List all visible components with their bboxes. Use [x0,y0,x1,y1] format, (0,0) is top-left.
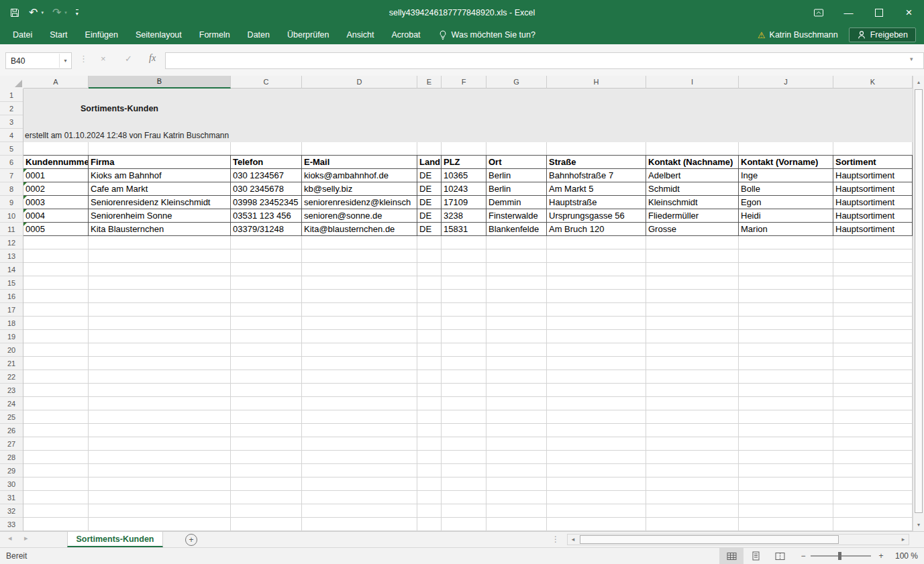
row-header-16[interactable]: 16 [0,290,23,303]
ribbon-tab-überprüfen[interactable]: Überprüfen [278,25,338,44]
ribbon-tab-datei[interactable]: Datei [4,25,41,44]
ribbon-tab-ansicht[interactable]: Ansicht [338,25,383,44]
table-cell[interactable]: Inge [739,169,833,182]
table-header-cell[interactable]: Firma [89,156,231,169]
table-cell[interactable]: 17109 [442,196,486,209]
sheet-tab-active[interactable]: Sortiments-Kunden [67,532,163,547]
table-cell[interactable]: 10243 [442,182,486,196]
zoom-in-button[interactable]: + [875,548,887,564]
table-header-cell[interactable]: Telefon [231,156,302,169]
ribbon-display-options-button[interactable] [803,0,833,25]
table-cell[interactable]: Berlin [486,182,547,196]
row-header-7[interactable]: 7 [0,169,23,182]
row-header-9[interactable]: 9 [0,196,23,209]
sheet-nav-prev-icon[interactable]: ◂ [8,534,12,543]
name-box[interactable]: B40 ▾ [5,52,72,69]
redo-icon[interactable]: ↷ [52,7,61,18]
scroll-up-icon[interactable]: ▴ [913,76,924,89]
table-header-cell[interactable]: Sortiment [833,156,913,169]
row-header-27[interactable]: 27 [0,437,23,451]
redo-dropdown-icon[interactable]: ▾ [64,10,67,15]
horizontal-scrollbar[interactable]: ◂ ▸ [567,534,909,545]
zoom-slider[interactable] [811,555,871,557]
expand-formula-bar-icon[interactable]: ▾ [910,56,913,62]
table-cell[interactable]: Kita Blausternchen [89,223,231,236]
row-header-30[interactable]: 30 [0,477,23,491]
column-header-J[interactable]: J [739,76,833,89]
row-header-5[interactable]: 5 [0,142,23,156]
table-header-cell[interactable]: PLZ [442,156,486,169]
tabbar-divider-icon[interactable]: ⋮ [552,534,560,544]
table-cell[interactable]: Kita@blausternchen.de [302,223,417,236]
table-cell[interactable]: Hauptsortiment [833,169,913,182]
table-cell[interactable]: Finsterwalde [486,209,547,223]
row-header-3[interactable]: 3 [0,115,23,129]
row-header-20[interactable]: 20 [0,343,23,357]
scroll-down-icon[interactable]: ▾ [913,518,924,531]
row-header-19[interactable]: 19 [0,330,23,343]
row-header-32[interactable]: 32 [0,504,23,518]
vertical-scroll-thumb[interactable] [915,89,923,513]
table-cell[interactable]: Kioks am Bahnhof [89,169,231,182]
table-header-cell[interactable]: Kontakt (Vorname) [739,156,833,169]
row-header-12[interactable]: 12 [0,236,23,249]
row-header-17[interactable]: 17 [0,303,23,317]
column-header-E[interactable]: E [417,76,442,89]
ribbon-tab-acrobat[interactable]: Acrobat [383,25,429,44]
horizontal-scroll-thumb[interactable] [580,535,839,544]
undo-dropdown-icon[interactable]: ▾ [41,10,44,15]
table-cell[interactable]: Bolle [739,182,833,196]
tell-me-box[interactable]: Was möchten Sie tun? [439,30,535,40]
vertical-scrollbar[interactable]: ▴ ▾ [913,76,924,531]
column-header-G[interactable]: G [486,76,547,89]
table-cell[interactable]: Blankenfelde [486,223,547,236]
table-header-cell[interactable]: Land [417,156,442,169]
zoom-out-button[interactable]: − [797,548,809,564]
table-cell[interactable]: DE [417,223,442,236]
column-header-F[interactable]: F [442,76,486,89]
column-header-A[interactable]: A [23,76,89,89]
table-cell[interactable]: 03379/31248 [231,223,302,236]
row-header-28[interactable]: 28 [0,451,23,464]
ribbon-tab-formeln[interactable]: Formeln [191,25,239,44]
table-cell[interactable]: Hauptsortiment [833,182,913,196]
row-header-1[interactable]: 1 [0,89,23,102]
cells-area[interactable]: Sortiments-Kunden erstellt am 01.10.2024… [23,89,913,531]
table-cell[interactable]: 0002 [23,182,89,196]
scroll-left-icon[interactable]: ◂ [568,534,578,545]
normal-view-button[interactable] [719,548,743,564]
table-header-cell[interactable]: E-Mail [302,156,417,169]
table-cell[interactable]: Marion [739,223,833,236]
table-cell[interactable]: Hauptstraße [547,196,646,209]
scroll-right-icon[interactable]: ▸ [898,534,909,545]
table-header-cell[interactable]: Ort [486,156,547,169]
minimize-button[interactable]: — [833,0,864,25]
table-cell[interactable]: 0004 [23,209,89,223]
row-header-4[interactable]: 4 [0,129,23,142]
table-cell[interactable]: Heidi [739,209,833,223]
row-header-25[interactable]: 25 [0,410,23,424]
confirm-entry-icon[interactable]: ✓ [125,54,132,64]
table-cell[interactable]: Hauptsortiment [833,196,913,209]
row-header-33[interactable]: 33 [0,518,23,531]
row-header-2[interactable]: 2 [0,102,23,115]
table-cell[interactable]: 15831 [442,223,486,236]
table-cell[interactable]: senioren@sonne.de [302,209,417,223]
table-cell[interactable]: Am Bruch 120 [547,223,646,236]
table-cell[interactable]: Hauptsortiment [833,209,913,223]
table-cell[interactable]: Bahnhofstraße 7 [547,169,646,182]
table-cell[interactable]: Schmidt [646,182,739,196]
page-break-preview-button[interactable] [768,548,792,564]
created-note-cell[interactable]: erstellt am 01.10.2024 12:48 von Frau Ka… [25,129,229,142]
table-cell[interactable]: DE [417,209,442,223]
add-sheet-button[interactable]: + [185,534,197,546]
share-button[interactable]: Freigeben [849,27,916,42]
table-cell[interactable]: Egon [739,196,833,209]
table-cell[interactable]: Cafe am Markt [89,182,231,196]
row-header-11[interactable]: 11 [0,223,23,236]
row-header-31[interactable]: 31 [0,491,23,504]
column-header-H[interactable]: H [547,76,646,89]
table-header-cell[interactable]: Kundennummer [23,156,89,169]
row-header-21[interactable]: 21 [0,357,23,370]
table-cell[interactable]: kioks@ambahnhof.de [302,169,417,182]
